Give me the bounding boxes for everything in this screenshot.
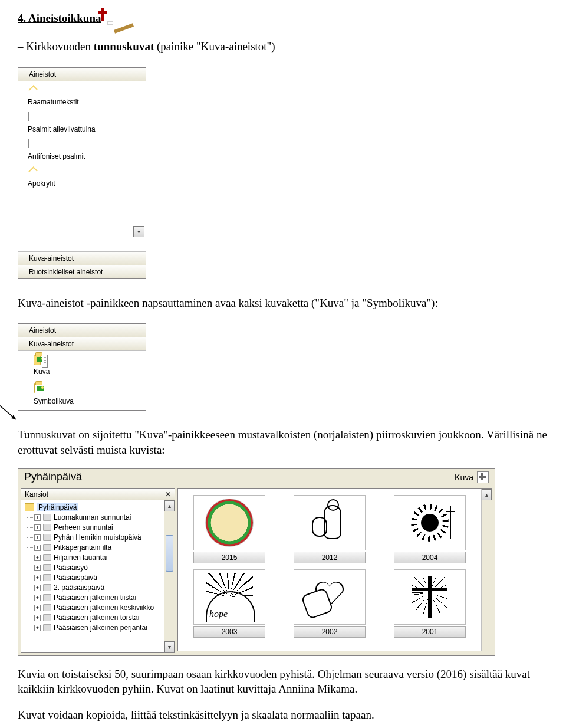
thumbnail[interactable]: 2004 — [386, 495, 474, 563]
panel1-item-raamatuntekstit[interactable]: Raamatuntekstit — [18, 81, 146, 109]
panel2-item-label: Kuva — [34, 368, 50, 376]
open-book-icon — [28, 139, 29, 148]
folder-tree-pane: Kansiot ✕ Pyhäinpäivä +Luomakunnan sunnu… — [21, 488, 175, 653]
tree-node[interactable]: +Pääsiäisen jälkeinen torstai — [24, 613, 173, 623]
expand-icon[interactable]: + — [34, 605, 41, 611]
tree-node[interactable]: +2. pääsiäispäivä — [24, 583, 173, 593]
expand-icon[interactable]: + — [34, 615, 41, 621]
tree-node-label: Pääsiäisen jälkeinen tiistai — [54, 593, 136, 602]
section-heading-text: 4. Aineistoikkuna — [18, 12, 101, 25]
folder-icon — [43, 564, 51, 571]
scroll-up-button[interactable]: ▴ — [482, 489, 492, 500]
expand-icon[interactable]: + — [34, 545, 41, 551]
panel2-header-label: Aineistot — [29, 326, 56, 335]
expand-icon[interactable]: + — [34, 595, 41, 601]
folder-icon — [43, 514, 51, 521]
folder-icon — [43, 544, 51, 551]
note-icon — [42, 355, 48, 368]
tree-node[interactable]: +Perheen sunnuntai — [24, 523, 173, 533]
tree-node[interactable]: +Pääsiäispäivä — [24, 573, 173, 583]
thumbnail-image — [193, 495, 265, 550]
folder-icon — [43, 524, 51, 531]
panel2-item-symbolikuva[interactable]: Symbolikuva — [18, 381, 146, 410]
tree-node[interactable]: +Pääsiäisen jälkeinen keskiviikko — [24, 603, 173, 613]
thumbnail[interactable]: hope2003 — [185, 569, 274, 638]
thumbs-scrollbar[interactable]: ▴ — [481, 489, 492, 651]
thumbnail[interactable]: 2015 — [185, 495, 274, 563]
tree-root[interactable]: Pyhäinpäivä — [24, 503, 173, 513]
tree-node-label: Pääsiäisyö — [54, 563, 88, 572]
panel1-item-label: Apokryfit — [28, 179, 55, 188]
tree-node-label: Pääsiäisen jälkeinen keskiviikko — [54, 604, 154, 612]
tree-node-label: Luomakunnan sunnuntai — [54, 513, 131, 522]
restore-icon[interactable] — [477, 471, 489, 483]
tree-node-label: Pitkäperjantain ilta — [54, 543, 111, 552]
panel2-header-kuva-aineistot[interactable]: Kuva-aineistot — [18, 337, 146, 351]
panel2-item-kuva[interactable]: Kuva — [18, 351, 146, 381]
tree-node[interactable]: +Pyhän Henrikin muistopäivä — [24, 533, 173, 543]
panel1-item-label: Raamatuntekstit — [28, 98, 79, 106]
panel1-footer-label: Ruotsinkieliset aineistot — [29, 268, 103, 276]
folder-icon — [43, 554, 51, 561]
tree-node[interactable]: +Pääsiäisen jälkeinen perjantai — [24, 623, 173, 633]
panel1-item-apokryfit[interactable]: Apokryfit — [18, 163, 146, 190]
tree-node[interactable]: +Pääsiäisen jälkeinen tiistai — [24, 593, 173, 603]
paragraph-4: Kuvia on toistaiseksi 50, suurimpaan osa… — [18, 667, 548, 697]
folder-tree[interactable]: Pyhäinpäivä +Luomakunnan sunnuntai+Perhe… — [21, 500, 175, 652]
tree-node-label: Pääsiäispäivä — [54, 573, 97, 582]
scroll-up-button[interactable]: ▴ — [164, 500, 175, 511]
expand-icon[interactable]: + — [34, 625, 41, 631]
thumbnail-image — [394, 569, 466, 625]
thumbnail[interactable]: 2002 — [285, 569, 374, 638]
folder-icon — [43, 534, 51, 541]
scroll-down-button[interactable] — [133, 226, 144, 237]
section-heading-icon — [107, 21, 113, 25]
folder-icon — [43, 574, 51, 581]
expand-icon[interactable]: + — [34, 575, 41, 581]
thumbnail-caption: 2002 — [294, 626, 366, 638]
aineistot-panel-header: Aineistot — [29, 70, 56, 78]
panel1-footer-kuva-aineistot[interactable]: Kuva-aineistot — [18, 251, 146, 265]
expand-icon[interactable]: + — [34, 534, 41, 541]
folder-icon — [43, 584, 51, 591]
thumbnail-caption: 2004 — [394, 552, 466, 563]
thumbnail-caption: 2012 — [294, 552, 366, 563]
expand-icon[interactable]: + — [34, 565, 41, 571]
tree-node[interactable]: +Pitkäperjantain ilta — [24, 543, 173, 553]
folder-icon — [25, 503, 34, 511]
tree-node[interactable]: +Hiljainen lauantai — [24, 553, 173, 563]
panel2-header-aineistot[interactable]: Aineistot — [18, 324, 146, 337]
aineistot-panel-header-row[interactable]: Aineistot — [18, 68, 146, 81]
panel1-item-antifoniset[interactable]: Antifoniset psalmit — [18, 136, 146, 163]
paragraph-1: – Kirkkovuoden tunnuskuvat (painike "Kuv… — [18, 39, 548, 54]
scroll-down-button[interactable]: ▾ — [164, 641, 175, 652]
scroll-thumb[interactable] — [166, 535, 173, 572]
kuva-window-mode-label: Kuva — [455, 473, 473, 482]
panel1-item-label: Antifoniset psalmit — [28, 152, 85, 160]
tree-node-label: Pääsiäisen jälkeinen torstai — [54, 614, 139, 622]
expand-icon[interactable]: + — [34, 524, 41, 531]
panel2-item-label: Symbolikuva — [34, 397, 74, 405]
panel2-subheader-label: Kuva-aineistot — [29, 340, 74, 348]
paragraph-5: Kuvat voidaan kopioida, liittää tekstink… — [18, 707, 548, 723]
tree-node[interactable]: +Luomakunnan sunnuntai — [24, 513, 173, 523]
expand-icon[interactable]: + — [34, 555, 41, 561]
thumbnail[interactable]: 2012 — [285, 495, 374, 563]
tree-node[interactable]: +Pääsiäisyö — [24, 563, 173, 573]
kuva-aineistot-panel: Aineistot Kuva-aineistot Kuva Symbolikuv… — [18, 323, 146, 411]
aineistot-panel: Aineistot Raamatuntekstit Psalmit allevi… — [18, 67, 146, 279]
folder-icon — [34, 383, 35, 393]
kuva-window: Pyhäinpäivä Kuva Kansiot ✕ Pyhäinpäivä +… — [18, 468, 495, 656]
panel1-footer-ruotsinkieliset[interactable]: Ruotsinkieliset aineistot — [18, 265, 146, 278]
expand-icon[interactable]: + — [34, 514, 41, 521]
tree-scrollbar[interactable]: ▴ ▾ — [164, 500, 175, 652]
panel1-footer-label: Kuva-aineistot — [29, 254, 74, 263]
thumbnail[interactable]: 2001 — [386, 569, 474, 638]
kuva-window-title: Pyhäinpäivä — [24, 471, 82, 483]
expand-icon[interactable]: + — [34, 585, 41, 591]
thumbnail-image — [294, 495, 366, 550]
panel1-item-psalmit[interactable]: Psalmit alleviivattuina — [18, 109, 146, 136]
thumbnail-caption: 2015 — [193, 552, 265, 563]
close-icon[interactable]: ✕ — [165, 490, 171, 499]
open-book-icon — [28, 112, 29, 121]
